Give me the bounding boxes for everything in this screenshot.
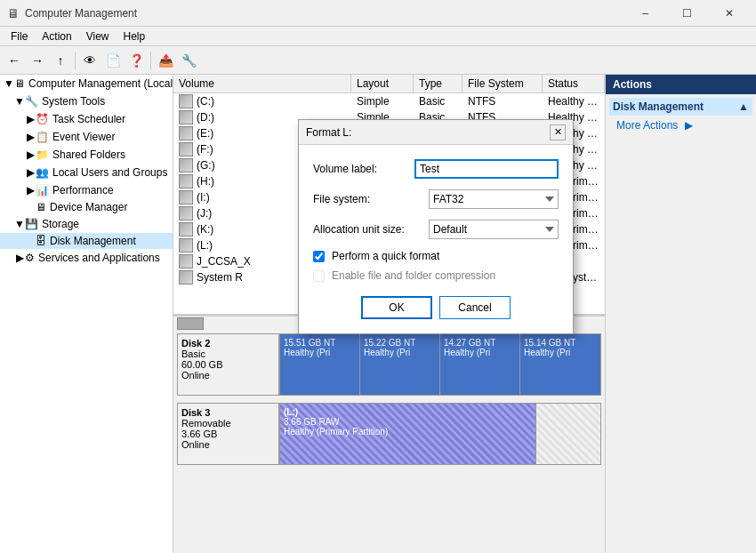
alloc-unit-select[interactable]: Default 512 1024 2048 4096 xyxy=(429,220,559,239)
sidebar: ▼ 🖥 Computer Management (Local ▼ 🔧 Syste… xyxy=(0,75,173,553)
sidebar-storage[interactable]: ▼ 💾 Storage xyxy=(0,215,173,233)
device-manager-icon: 🖥 xyxy=(36,201,46,213)
performance-toggle[interactable]: ▶ xyxy=(25,183,36,197)
shared-folders-icon: 📁 xyxy=(36,148,49,161)
sidebar-item-shared-folders[interactable]: ▶ 📁 Shared Folders xyxy=(0,146,173,164)
disk-mgmt-icon: 🗄 xyxy=(36,235,46,247)
settings-button[interactable]: 🔧 xyxy=(178,50,199,71)
storage-toggle[interactable]: ▼ xyxy=(14,217,25,231)
file-system-select[interactable]: FAT32 NTFS exFAT xyxy=(429,189,559,209)
sidebar-storage-label: Storage xyxy=(42,218,79,230)
menu-file[interactable]: File xyxy=(4,28,35,44)
maximize-button[interactable]: ☐ xyxy=(667,0,707,27)
help-button[interactable]: ❓ xyxy=(125,50,147,71)
services-label: Services and Applications xyxy=(38,252,160,264)
sidebar-system-tools[interactable]: ▼ 🔧 System Tools xyxy=(0,92,173,110)
event-viewer-toggle[interactable]: ▶ xyxy=(25,130,36,144)
file-system-row: File system: FAT32 NTFS exFAT xyxy=(313,189,559,209)
actions-section-arrow: ▲ xyxy=(738,100,749,113)
sidebar-item-disk-management[interactable]: 🗄 Disk Management xyxy=(0,233,173,249)
title-bar-controls: – ☐ ✕ xyxy=(625,0,749,27)
system-tools-icon: 🔧 xyxy=(25,95,38,108)
back-button[interactable]: ← xyxy=(4,50,25,71)
ok-button[interactable]: OK xyxy=(361,296,432,319)
app-icon: 🖥 xyxy=(7,6,20,20)
compression-checkbox[interactable] xyxy=(313,270,325,282)
main-layout: ▼ 🖥 Computer Management (Local ▼ 🔧 Syste… xyxy=(0,75,756,553)
shared-folders-label: Shared Folders xyxy=(52,148,125,161)
dialog-title: Format L: xyxy=(306,126,351,139)
actions-panel: Actions Disk Management ▲ More Actions ▶ xyxy=(605,75,756,553)
cancel-button[interactable]: Cancel xyxy=(439,296,511,319)
menu-action[interactable]: Action xyxy=(35,28,78,44)
sidebar-root[interactable]: ▼ 🖥 Computer Management (Local xyxy=(0,75,173,92)
alloc-unit-row: Allocation unit size: Default 512 1024 2… xyxy=(313,220,559,239)
task-sched-icon: ⏰ xyxy=(36,113,49,125)
volume-label-row: Volume label: xyxy=(313,159,559,179)
sidebar-item-event-viewer[interactable]: ▶ 📋 Event Viewer xyxy=(0,128,173,146)
quick-format-row: Perform a quick format xyxy=(313,250,559,262)
toolbar-sep-1 xyxy=(75,52,76,69)
services-toggle[interactable]: ▶ xyxy=(14,251,25,265)
disk-mgmt-label: Disk Management xyxy=(50,235,136,247)
services-icon: ⚙ xyxy=(25,252,35,264)
sidebar-item-device-manager[interactable]: 🖥 Device Manager xyxy=(0,199,173,215)
compression-label: Enable file and folder compression xyxy=(332,269,495,282)
actions-header: Actions xyxy=(606,75,756,94)
title-bar: 🖥 Computer Management – ☐ ✕ xyxy=(0,0,756,27)
actions-section-title[interactable]: Disk Management ▲ xyxy=(609,98,752,116)
properties-button[interactable]: 📄 xyxy=(102,50,124,71)
performance-label: Performance xyxy=(52,184,114,196)
quick-format-label: Perform a quick format xyxy=(332,250,439,262)
toolbar: ← → ↑ 👁 📄 ❓ 📤 🔧 xyxy=(0,46,756,75)
event-viewer-label: Event Viewer xyxy=(52,131,115,143)
export-button[interactable]: 📤 xyxy=(155,50,176,71)
more-actions-arrow: ▶ xyxy=(685,119,693,132)
device-manager-label: Device Manager xyxy=(50,201,127,213)
up-button[interactable]: ↑ xyxy=(50,50,71,71)
system-tools-toggle[interactable]: ▼ xyxy=(14,94,25,108)
local-users-toggle[interactable]: ▶ xyxy=(25,165,36,180)
event-viewer-icon: 📋 xyxy=(36,131,49,143)
sidebar-system-tools-label: System Tools xyxy=(42,95,105,108)
quick-format-checkbox[interactable] xyxy=(313,251,325,262)
file-system-text: File system: xyxy=(313,193,429,205)
actions-section: Disk Management ▲ More Actions ▶ xyxy=(606,94,756,137)
window-title: Computer Management xyxy=(25,7,137,20)
content-area: Volume Layout Type File System Status (C… xyxy=(173,75,605,553)
minimize-button[interactable]: – xyxy=(625,0,665,27)
storage-icon: 💾 xyxy=(25,218,38,230)
more-actions-item[interactable]: More Actions ▶ xyxy=(609,117,752,133)
sidebar-root-label: Computer Management (Local xyxy=(28,77,173,90)
performance-icon: 📊 xyxy=(36,184,49,196)
menu-bar: File Action View Help xyxy=(0,27,756,46)
task-sched-toggle[interactable]: ▶ xyxy=(25,112,36,126)
sidebar-item-local-users[interactable]: ▶ 👥 Local Users and Groups xyxy=(0,164,173,181)
menu-help[interactable]: Help xyxy=(117,28,153,44)
shared-folders-toggle[interactable]: ▶ xyxy=(25,148,36,162)
sidebar-item-task-scheduler[interactable]: ▶ ⏰ Task Scheduler xyxy=(0,110,173,128)
volume-label-text: Volume label: xyxy=(313,163,414,175)
dialog-body: Volume label: File system: FAT32 NTFS ex… xyxy=(299,145,573,333)
local-users-icon: 👥 xyxy=(36,166,49,179)
more-actions-label: More Actions xyxy=(616,119,678,132)
root-toggle[interactable]: ▼ xyxy=(4,76,14,91)
dialog-overlay: Format L: ✕ Volume label: File system: F… xyxy=(173,75,605,553)
sidebar-item-performance[interactable]: ▶ 📊 Performance xyxy=(0,181,173,199)
toolbar-sep-2 xyxy=(150,52,151,69)
dialog-close-button[interactable]: ✕ xyxy=(550,124,566,140)
menu-view[interactable]: View xyxy=(79,28,117,44)
sidebar-item-services[interactable]: ▶ ⚙ Services and Applications xyxy=(0,249,173,267)
volume-label-input[interactable] xyxy=(414,159,559,179)
show-hide-button[interactable]: 👁 xyxy=(79,50,101,71)
forward-button[interactable]: → xyxy=(27,50,48,71)
dialog-titlebar: Format L: ✕ xyxy=(299,120,573,145)
alloc-unit-text: Allocation unit size: xyxy=(313,223,429,236)
task-sched-label: Task Scheduler xyxy=(52,113,125,125)
actions-section-label: Disk Management xyxy=(613,100,704,113)
compression-row: Enable file and folder compression xyxy=(313,269,559,282)
title-bar-left: 🖥 Computer Management xyxy=(7,6,137,20)
close-button[interactable]: ✕ xyxy=(709,0,749,27)
format-dialog: Format L: ✕ Volume label: File system: F… xyxy=(298,119,574,334)
computer-icon: 🖥 xyxy=(14,77,25,90)
